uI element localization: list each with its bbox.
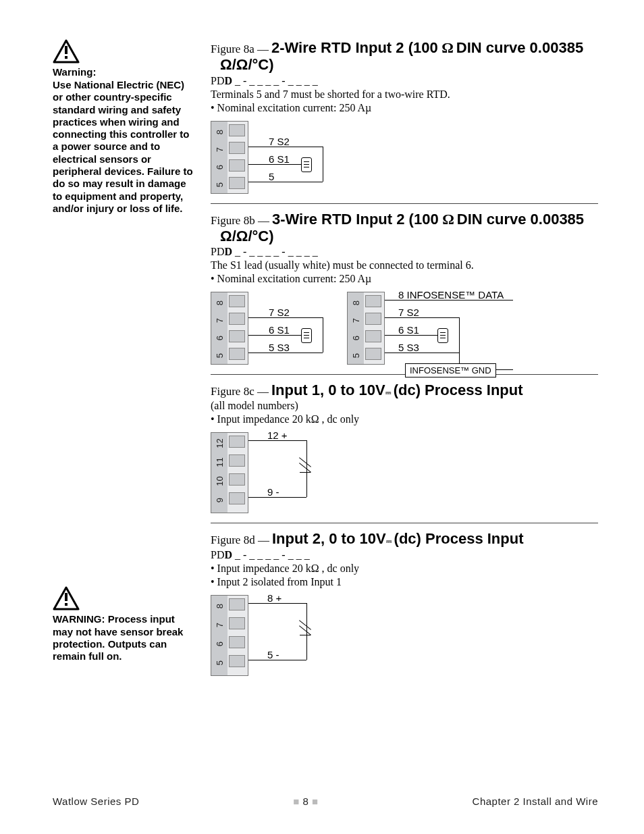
fig8a-model: PDD _ - _ _ _ _ - _ _ _ _: [211, 75, 598, 87]
fig8d-bullet2: • Input 2 isolated from Input 1: [211, 576, 598, 588]
svg-rect-2: [65, 56, 68, 59]
separator: [211, 203, 598, 204]
fig8d-caption: Figure 8d — Input 2, 0 to 10V⎓ (dc) Proc…: [211, 530, 598, 547]
separator: [211, 374, 598, 375]
separator: [211, 523, 598, 523]
fig8b-bullet: • Nominal excitation current: 250 Aµ: [211, 273, 598, 285]
fig8d-model: PDD _ - _ _ _ _ - _ _ _: [211, 549, 598, 561]
fig8b-diagram-left: 8 7 6 5 7 S2 6 S1 5 S3: [211, 292, 332, 365]
footer-right: Chapter 2 Install and Wire: [473, 796, 598, 807]
warning2-body: WARNING: Process input may not have sens…: [53, 613, 194, 662]
warning1-heading: Warning:: [53, 66, 194, 78]
warning1-body: Use National Electric (NEC) or other cou…: [53, 79, 194, 215]
fig8b-model: PDD _ - _ _ _ _ - _ _ _ _: [211, 246, 598, 258]
svg-rect-5: [65, 603, 68, 606]
warning-icon: [53, 39, 80, 63]
svg-rect-1: [65, 46, 68, 54]
fig8d-bullet1: • Input impedance 20 kΩ , dc only: [211, 563, 598, 575]
svg-rect-4: [65, 593, 68, 601]
fig8b-desc: The S1 lead (usually white) must be conn…: [211, 259, 598, 271]
fig8b-caption: Figure 8b — 3-Wire RTD Input 2 (100 Ω DI…: [211, 211, 598, 245]
fig8a-caption: Figure 8a — 2-Wire RTD Input 2 (100 Ω DI…: [211, 39, 598, 74]
fig8c-desc: (all model numbers): [211, 400, 598, 412]
fig8c-caption: Figure 8c — Input 1, 0 to 10V⎓ (dc) Proc…: [211, 382, 598, 398]
fig8a-desc: Terminals 5 and 7 must be shorted for a …: [211, 88, 598, 101]
fig8c-bullet: • Input impedance 20 k , dc only• Input …: [211, 413, 598, 425]
page-footer: Watlow Series PD ■ 8 ■ Chapter 2 Install…: [53, 796, 598, 807]
fig8b-diagram-right: 8 7 6 5 8 INFOSENSE™ DATA 7 S2: [347, 292, 516, 365]
fig8c-diagram: 12 11 10 9 12 + 9 -: [211, 432, 319, 513]
fig8d-diagram: 8 7 6 5 8 + 5 -: [211, 595, 319, 676]
fig8a-bullet: • Nominal excitation current: 250 Aµ: [211, 102, 598, 114]
fig8a-diagram: 8 7 6 5 7 S2 6 S1 5: [211, 121, 332, 194]
footer-page: ■ 8 ■: [293, 796, 318, 807]
warning-icon: [53, 586, 80, 610]
footer-left: Watlow Series PD: [53, 796, 139, 807]
